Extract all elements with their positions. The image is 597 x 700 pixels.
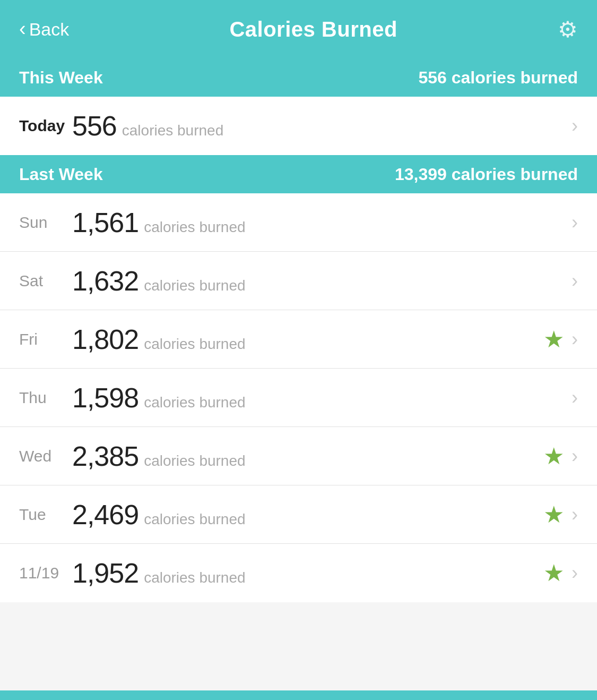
list-item[interactable]: Wed 2,385 calories burned ★ › bbox=[0, 427, 597, 485]
calories-label: calories burned bbox=[144, 511, 245, 528]
this-week-section-header: This Week 556 calories burned bbox=[0, 58, 597, 97]
last-week-label: Last Week bbox=[19, 165, 103, 184]
star-icon: ★ bbox=[543, 561, 564, 585]
app-header: ‹ Back Calories Burned ⚙ bbox=[0, 0, 597, 58]
gear-icon[interactable]: ⚙ bbox=[558, 16, 578, 42]
back-label: Back bbox=[29, 19, 70, 40]
list-item[interactable]: Thu 1,598 calories burned › bbox=[0, 369, 597, 427]
row-icons: › bbox=[572, 213, 578, 232]
calories-number: 2,385 bbox=[72, 440, 139, 472]
calories-number: 1,598 bbox=[72, 382, 139, 414]
back-button[interactable]: ‹ Back bbox=[19, 19, 69, 40]
chevron-right-icon: › bbox=[572, 213, 578, 232]
last-week-total: 13,399 calories burned bbox=[395, 165, 578, 184]
chevron-right-icon: › bbox=[572, 388, 578, 407]
row-icons: ★ › bbox=[543, 445, 578, 468]
list-item[interactable]: Fri 1,802 calories burned ★ › bbox=[0, 310, 597, 369]
row-calories: 1,952 calories burned bbox=[72, 557, 543, 589]
list-item[interactable]: Sat 1,632 calories burned › bbox=[0, 252, 597, 310]
last-week-section-header: Last Week 13,399 calories burned bbox=[0, 155, 597, 193]
row-calories: 2,469 calories burned bbox=[72, 499, 543, 531]
row-day: Thu bbox=[19, 389, 72, 407]
chevron-right-icon: › bbox=[572, 330, 578, 349]
calories-number: 1,561 bbox=[72, 207, 139, 238]
list-item[interactable]: 11/19 1,952 calories burned ★ › bbox=[0, 544, 597, 602]
calories-number: 1,802 bbox=[72, 323, 139, 355]
list-item[interactable]: Today 556 calories burned › bbox=[0, 97, 597, 155]
row-day: Fri bbox=[19, 330, 72, 348]
list-item[interactable]: Tue 2,469 calories burned ★ › bbox=[0, 485, 597, 544]
row-icons: ★ › bbox=[543, 561, 578, 585]
calories-label: calories burned bbox=[144, 453, 245, 469]
this-week-list: Today 556 calories burned › bbox=[0, 97, 597, 155]
row-calories: 2,385 calories burned bbox=[72, 440, 543, 472]
row-day: Sun bbox=[19, 214, 72, 232]
row-icons: › bbox=[572, 271, 578, 291]
star-icon: ★ bbox=[543, 503, 564, 526]
row-calories: 1,802 calories burned bbox=[72, 323, 543, 355]
chevron-right-icon: › bbox=[572, 564, 578, 583]
row-day: Sat bbox=[19, 272, 72, 290]
chevron-right-icon: › bbox=[572, 116, 578, 135]
calories-label: calories burned bbox=[122, 122, 223, 139]
calories-label: calories burned bbox=[144, 336, 245, 353]
chevron-right-icon: › bbox=[572, 271, 578, 291]
star-icon: ★ bbox=[543, 445, 564, 468]
row-day: 11/19 bbox=[19, 564, 72, 582]
chevron-right-icon: › bbox=[572, 447, 578, 466]
row-icons: ★ › bbox=[543, 503, 578, 526]
page-title: Calories Burned bbox=[229, 18, 397, 41]
row-calories: 1,561 calories burned bbox=[72, 207, 572, 238]
row-day: Today bbox=[19, 117, 72, 135]
row-icons: › bbox=[572, 116, 578, 135]
row-calories: 1,632 calories burned bbox=[72, 265, 572, 297]
calories-number: 1,952 bbox=[72, 557, 139, 589]
row-calories: 556 calories burned bbox=[72, 110, 572, 142]
calories-number: 556 bbox=[72, 110, 117, 142]
row-icons: ★ › bbox=[543, 328, 578, 351]
row-day: Wed bbox=[19, 447, 72, 465]
row-day: Tue bbox=[19, 506, 72, 524]
row-icons: › bbox=[572, 388, 578, 407]
calories-number: 1,632 bbox=[72, 265, 139, 297]
chevron-right-icon: › bbox=[572, 505, 578, 524]
calories-number: 2,469 bbox=[72, 499, 139, 531]
bottom-bar bbox=[0, 690, 597, 700]
row-calories: 1,598 calories burned bbox=[72, 382, 572, 414]
calories-label: calories burned bbox=[144, 277, 245, 294]
calories-label: calories burned bbox=[144, 394, 245, 411]
list-item[interactable]: Sun 1,561 calories burned › bbox=[0, 193, 597, 252]
this-week-total: 556 calories burned bbox=[418, 68, 578, 88]
last-week-list: Sun 1,561 calories burned › Sat 1,632 ca… bbox=[0, 193, 597, 602]
this-week-label: This Week bbox=[19, 68, 103, 88]
chevron-left-icon: ‹ bbox=[19, 19, 26, 39]
calories-label: calories burned bbox=[144, 219, 245, 236]
star-icon: ★ bbox=[543, 328, 564, 351]
calories-label: calories burned bbox=[144, 569, 245, 586]
